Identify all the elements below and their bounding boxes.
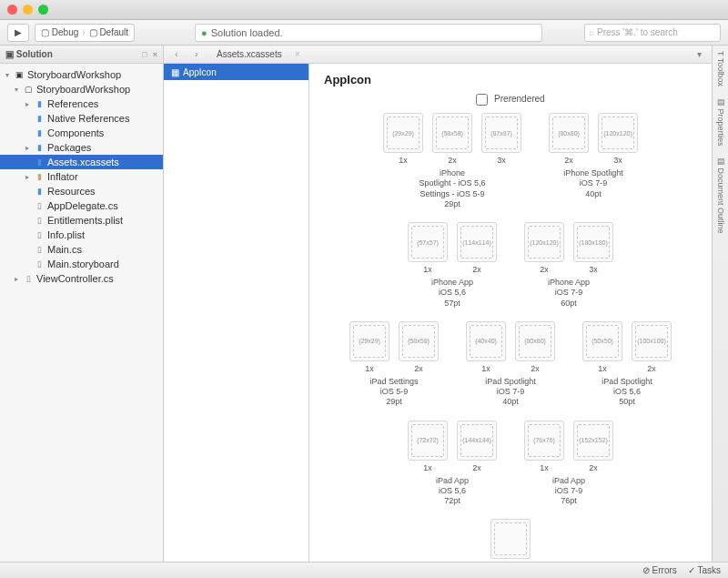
tab-assets[interactable]: Assets.xcassets	[209, 49, 289, 59]
tree-item-main-cs[interactable]: ▯Main.cs	[0, 242, 163, 257]
configuration-selector[interactable]: ▢ Debug › ▢ Default	[35, 24, 135, 42]
image-well[interactable]: (152x152)	[573, 421, 613, 461]
disclosure-icon[interactable]: ▸	[24, 144, 31, 152]
tree-item-appdelegate-cs[interactable]: ▯AppDelegate.cs	[0, 198, 163, 213]
asset-list[interactable]: ▦ AppIcon	[164, 64, 309, 562]
icon-slot[interactable]: (80x80)2x	[513, 321, 557, 373]
image-well[interactable]: (72x72)	[408, 421, 448, 461]
solution-tree[interactable]: ▾▣StoryboardWorkshop▾▢StoryboardWorkshop…	[0, 64, 163, 562]
icon-slot[interactable]: (144x144)2x	[455, 421, 499, 472]
image-well[interactable]: (29x29)	[383, 113, 423, 153]
tasks-pad-button[interactable]: ✓ Tasks	[688, 565, 721, 575]
tab-menu-icon[interactable]: ▾	[692, 49, 706, 59]
image-well[interactable]: (120x120)	[524, 222, 564, 262]
scale-label: 2x	[414, 364, 423, 373]
icon-slot[interactable]: (40x40)1x	[464, 321, 508, 373]
run-button[interactable]: ▶	[7, 24, 29, 42]
tree-item-resources[interactable]: ▮Resources	[0, 184, 163, 198]
icon-slot[interactable]	[489, 519, 532, 562]
tree-item-packages[interactable]: ▸▮Packages	[0, 140, 163, 155]
icon-slot[interactable]: (58x58)2x	[397, 321, 440, 373]
errors-pad-button[interactable]: ⊘ Errors	[642, 565, 677, 575]
success-icon: ●	[201, 27, 207, 38]
dimension-label: (120x120)	[602, 117, 634, 149]
image-well[interactable]: (40x40)	[466, 321, 506, 361]
group-label: iPad Spotlight iOS 7-9 40pt	[485, 377, 536, 408]
icon-slot[interactable]: (76x76)1x	[522, 421, 566, 472]
disclosure-icon[interactable]: ▸	[24, 100, 31, 108]
disclosure-icon[interactable]: ▸	[13, 275, 20, 283]
icon-slot[interactable]: (57x57)1x	[406, 222, 450, 274]
image-well[interactable]: (57x57)	[408, 222, 448, 262]
image-well[interactable]: (50x50)	[582, 321, 622, 361]
pad-pin-icon[interactable]: □	[142, 50, 147, 59]
outline-tab[interactable]: ▤ Document Outline	[716, 157, 725, 234]
scale-label: 1x	[423, 265, 432, 274]
tree-item-native-references[interactable]: ▮Native References	[0, 111, 163, 126]
image-well[interactable]: (87x87)	[481, 113, 521, 153]
asset-canvas[interactable]: AppIcon Prerendered (29x29)1x(58x58)2x(8…	[309, 64, 712, 562]
traffic-lights	[7, 5, 48, 15]
image-well[interactable]	[490, 519, 531, 559]
image-well[interactable]: (120x120)	[598, 113, 638, 153]
dimension-label: (57x57)	[411, 226, 444, 259]
disclosure-icon[interactable]: ▾	[4, 71, 11, 79]
icon-slot[interactable]: (29x29)1x	[381, 113, 425, 165]
image-well[interactable]: (29x29)	[349, 321, 389, 361]
nav-fwd-icon[interactable]: ›	[189, 49, 204, 59]
icon-slot[interactable]: (152x152)2x	[571, 421, 615, 472]
tree-item-storyboardworkshop[interactable]: ▾▣StoryboardWorkshop	[0, 67, 163, 82]
image-well[interactable]: (76x76)	[524, 421, 564, 461]
icon-slot[interactable]: (72x72)1x	[406, 421, 450, 472]
icon-slot[interactable]: (58x58)2x	[430, 113, 474, 165]
pad-close-icon[interactable]: ×	[153, 50, 157, 59]
disclosure-icon[interactable]: ▸	[24, 173, 31, 181]
tree-label: ViewController.cs	[36, 273, 114, 284]
tree-item-storyboardworkshop[interactable]: ▾▢StoryboardWorkshop	[0, 82, 163, 96]
image-well[interactable]: (100x100)	[632, 321, 672, 361]
tree-item-info-plist[interactable]: ▯Info.plist	[0, 228, 163, 242]
file-icon: ▯	[34, 259, 45, 269]
icon-slot[interactable]: (120x120)3x	[596, 113, 640, 165]
tree-item-main-storyboard[interactable]: ▯Main.storyboard	[0, 257, 163, 271]
scale-label: 1x	[598, 364, 607, 373]
tree-item-references[interactable]: ▸▮References	[0, 96, 163, 111]
tree-item-assets-xcassets[interactable]: ▮Assets.xcassets	[0, 155, 163, 169]
image-well[interactable]: (58x58)	[432, 113, 472, 153]
tree-item-components[interactable]: ▮Components	[0, 126, 163, 140]
image-well[interactable]: (80x80)	[549, 113, 589, 153]
folder-icon: ▮	[34, 113, 45, 124]
group-label: iPhone Spotlight iOS 7-9 40pt	[563, 168, 623, 199]
icon-slot[interactable]: (80x80)2x	[547, 113, 591, 165]
bottom-bar: ⊘ Errors ✓ Tasks	[0, 562, 728, 578]
image-well[interactable]: (80x80)	[515, 321, 555, 361]
minimize-icon[interactable]	[23, 5, 33, 15]
icon-slot[interactable]: (180x180)3x	[571, 222, 615, 274]
properties-tab[interactable]: ▤ Properties	[716, 97, 725, 147]
image-well[interactable]: (58x58)	[399, 321, 439, 361]
icon-slot[interactable]: (87x87)3x	[480, 113, 523, 165]
prerendered-checkbox[interactable]	[476, 94, 488, 106]
tree-item-entitlements-plist[interactable]: ▯Entitlements.plist	[0, 213, 163, 228]
search-input[interactable]: ⌕ Press '⌘.' to search	[584, 24, 721, 42]
toolbox-tab[interactable]: T Toolbox	[716, 51, 725, 86]
icon-slot[interactable]: (29x29)1x	[348, 321, 391, 373]
group-label: iPad Settings iOS 5-9 29pt	[369, 377, 418, 408]
icon-slot[interactable]: (120x120)2x	[522, 222, 566, 274]
close-icon[interactable]	[7, 5, 17, 15]
icon-group: (80x80)2x(120x120)3xiPhone Spotlight iOS…	[547, 113, 640, 209]
scale-label: 1x	[399, 156, 408, 165]
image-well[interactable]: (180x180)	[573, 222, 613, 262]
disclosure-icon[interactable]: ▾	[13, 86, 20, 94]
icon-slot[interactable]: (50x50)1x	[581, 321, 624, 373]
nav-back-icon[interactable]: ‹	[169, 49, 184, 59]
icon-slot[interactable]: (100x100)2x	[630, 321, 673, 373]
zoom-icon[interactable]	[38, 5, 48, 15]
image-well[interactable]: (144x144)	[457, 421, 497, 461]
tree-item-inflator[interactable]: ▸▮Inflator	[0, 169, 163, 184]
tab-close-icon[interactable]: ×	[295, 49, 300, 59]
tree-item-viewcontroller-cs[interactable]: ▸▯ViewController.cs	[0, 271, 163, 286]
asset-item-appicon[interactable]: ▦ AppIcon	[164, 64, 308, 80]
image-well[interactable]: (114x114)	[457, 222, 497, 262]
icon-slot[interactable]: (114x114)2x	[455, 222, 499, 274]
